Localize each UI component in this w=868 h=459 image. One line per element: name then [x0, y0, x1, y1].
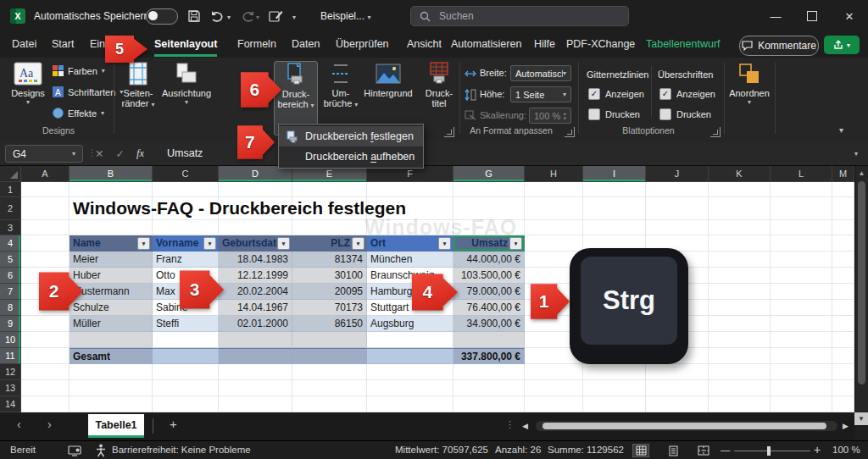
- zoom-out-button[interactable]: —: [721, 445, 731, 455]
- grid-cell[interactable]: [153, 396, 219, 412]
- grid-cell[interactable]: [771, 197, 832, 220]
- sheet-nav-left-icon[interactable]: ‹: [17, 418, 21, 431]
- tab-ansicht[interactable]: Ansicht: [407, 38, 442, 54]
- column-header-G[interactable]: G: [453, 166, 525, 182]
- row-header-5[interactable]: 5: [0, 252, 21, 268]
- table-empty-cell[interactable]: [367, 332, 453, 348]
- filter-button-icon[interactable]: ▾: [137, 237, 150, 250]
- row-header-6[interactable]: 6: [0, 268, 21, 284]
- table-total-cell[interactable]: [219, 348, 292, 364]
- grid-cell[interactable]: [832, 316, 854, 332]
- grid-cell[interactable]: [292, 220, 367, 235]
- grid-cell[interactable]: [525, 220, 583, 235]
- column-header-L[interactable]: L: [771, 166, 832, 182]
- anordnen-button[interactable]: Anordnen ▾: [726, 61, 773, 106]
- grid-cell[interactable]: [70, 380, 153, 396]
- insert-function-icon[interactable]: fx: [136, 147, 144, 160]
- table-cell[interactable]: 34.900,00 €: [453, 316, 525, 332]
- status-summe[interactable]: Summe: 1129562: [548, 445, 624, 455]
- zoom-in-button[interactable]: +: [814, 443, 821, 456]
- close-button[interactable]: ✕: [832, 0, 866, 32]
- name-box[interactable]: G4▾: [5, 145, 83, 163]
- sheet-nav-right-icon[interactable]: ›: [47, 418, 52, 431]
- grid-cell[interactable]: [709, 197, 771, 220]
- grid-cell[interactable]: [709, 348, 771, 364]
- grid-cell[interactable]: [771, 300, 832, 316]
- column-header-H[interactable]: H: [525, 166, 583, 182]
- table-empty-cell[interactable]: [292, 332, 367, 348]
- tab-ueberpruefen[interactable]: Überprüfen: [336, 38, 389, 54]
- table-cell[interactable]: Steffi: [153, 316, 219, 332]
- grid-cell[interactable]: [832, 284, 854, 300]
- grid-cell[interactable]: [832, 348, 854, 364]
- scroll-up-icon[interactable]: ▲: [855, 169, 868, 177]
- grid-cell[interactable]: [367, 364, 453, 380]
- column-header-C[interactable]: C: [153, 166, 219, 182]
- sheet-tab-tabelle1[interactable]: Tabelle1: [88, 414, 144, 438]
- grid-cell[interactable]: [583, 182, 646, 197]
- table-cell[interactable]: München: [367, 252, 453, 268]
- grid-cell[interactable]: [21, 182, 70, 197]
- table-empty-cell[interactable]: [153, 332, 219, 348]
- grid-cell[interactable]: [583, 380, 646, 396]
- autosave-toggle[interactable]: [146, 8, 178, 25]
- grid-cell[interactable]: [832, 332, 854, 348]
- column-header-J[interactable]: J: [646, 166, 709, 182]
- row-header-11[interactable]: 11: [0, 348, 21, 364]
- hscroll-left-icon[interactable]: ◀: [522, 422, 528, 430]
- zoom-slider-thumb[interactable]: [767, 446, 771, 456]
- grid-cell[interactable]: [525, 364, 583, 380]
- grid-cell[interactable]: [21, 364, 70, 380]
- redo-icon[interactable]: [237, 7, 256, 25]
- grid-cell[interactable]: [21, 380, 70, 396]
- column-header-I[interactable]: I: [583, 166, 646, 182]
- excel-app-icon[interactable]: X: [10, 8, 25, 24]
- grid-cell[interactable]: [832, 380, 854, 396]
- grid-cell[interactable]: [583, 364, 646, 380]
- grid-cell[interactable]: [832, 197, 854, 220]
- grid-cell[interactable]: [646, 396, 709, 412]
- table-cell[interactable]: 30100: [292, 268, 367, 284]
- grid-cell[interactable]: [292, 364, 367, 380]
- grid-cell[interactable]: [709, 284, 771, 300]
- grid-cell[interactable]: [771, 316, 832, 332]
- tab-daten[interactable]: Daten: [292, 38, 320, 54]
- grid-cell[interactable]: [771, 332, 832, 348]
- table-header-4[interactable]: Ort▾: [367, 235, 453, 252]
- table-cell[interactable]: 103.500,00 €: [453, 268, 525, 284]
- grid-cell[interactable]: [21, 316, 70, 332]
- search-box[interactable]: [410, 6, 629, 26]
- umbrueche-button[interactable]: Um- brüche ▾: [321, 61, 360, 110]
- table-cell[interactable]: Meier: [70, 252, 153, 268]
- display-settings-icon[interactable]: [68, 445, 81, 456]
- table-total-cell[interactable]: 337.800,00 €: [453, 348, 525, 364]
- column-header-A[interactable]: A: [21, 166, 70, 182]
- table-cell[interactable]: 86150: [292, 316, 367, 332]
- grid-cell[interactable]: [832, 220, 854, 235]
- grid-cell[interactable]: [709, 332, 771, 348]
- filter-button-icon[interactable]: ▾: [438, 237, 451, 250]
- collapse-ribbon-chevron-icon[interactable]: ▾: [839, 125, 843, 135]
- gridlines-anzeigen-checkbox[interactable]: ✓ Anzeigen: [588, 88, 644, 100]
- accessibility-status[interactable]: Barrierefreiheit: Keine Probleme: [112, 445, 251, 455]
- table-empty-cell[interactable]: [453, 332, 525, 348]
- grid-cell[interactable]: [70, 182, 153, 197]
- drucktitel-button[interactable]: Druck- titel: [420, 61, 459, 108]
- status-mittelwert[interactable]: Mittelwert: 70597,625: [395, 445, 488, 455]
- table-cell[interactable]: 18.04.1983: [219, 252, 292, 268]
- table-header-0[interactable]: Name▾: [70, 235, 153, 252]
- grid-cell[interactable]: [367, 380, 453, 396]
- grid-cell[interactable]: [70, 220, 153, 235]
- grid-cell[interactable]: [832, 252, 854, 268]
- row-header-14[interactable]: 14: [0, 396, 21, 412]
- grid-cell[interactable]: [525, 380, 583, 396]
- select-all-corner[interactable]: [0, 166, 21, 182]
- tab-seitenlayout[interactable]: Seitenlayout: [154, 38, 217, 57]
- row-header-7[interactable]: 7: [0, 284, 21, 300]
- tab-start[interactable]: Start: [52, 38, 74, 54]
- status-anzahl[interactable]: Anzahl: 26: [495, 445, 541, 455]
- table-total-cell[interactable]: [153, 348, 219, 364]
- row-header-8[interactable]: 8: [0, 300, 21, 316]
- table-cell[interactable]: 81374: [292, 252, 367, 268]
- share-button[interactable]: ▾: [824, 36, 860, 54]
